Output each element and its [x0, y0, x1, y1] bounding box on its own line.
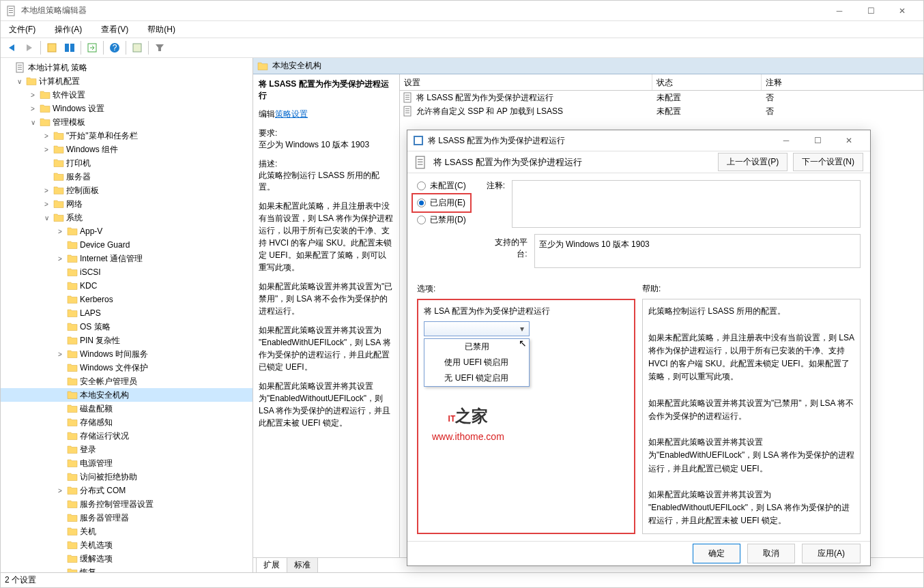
dialog-titlebar: 将 LSASS 配置为作为受保护进程运行 ─ ☐ ✕: [407, 130, 870, 151]
tree-item[interactable]: 服务器管理器: [1, 511, 252, 525]
tree-item[interactable]: ∨管理模板: [1, 115, 252, 129]
app-icon: [6, 5, 17, 16]
tree-item[interactable]: Device Guard: [1, 238, 252, 252]
tree-item[interactable]: >App-V: [1, 224, 252, 238]
help-icon[interactable]: ?: [106, 40, 123, 56]
col-note[interactable]: 注释: [762, 74, 923, 90]
tree-item[interactable]: >Internet 通信管理: [1, 252, 252, 265]
folder-icon: [53, 185, 64, 196]
tree-item[interactable]: 磁盘配额: [1, 402, 252, 415]
tree-item[interactable]: 恢复: [1, 565, 252, 572]
radio-unconfigured[interactable]: 未配置(C): [417, 180, 466, 192]
folder-icon: [67, 471, 78, 482]
dialog-maximize-button[interactable]: ☐: [802, 130, 833, 151]
comment-textarea[interactable]: [512, 180, 861, 228]
menu-action[interactable]: 操作(A): [49, 23, 87, 37]
tree-item[interactable]: >控制面板: [1, 183, 252, 197]
dropdown-item[interactable]: 无 UEFI 锁定启用: [424, 370, 529, 386]
folder-icon: [257, 61, 268, 72]
tree-pane[interactable]: 本地计算机 策略 ∨计算机配置>软件设置>Windows 设置∨管理模板>"开始…: [1, 58, 253, 572]
tree-item[interactable]: Windows 文件保护: [1, 361, 252, 374]
folder-icon: [67, 335, 78, 346]
dialog-minimize-button[interactable]: ─: [770, 130, 802, 151]
list-row[interactable]: 将 LSASS 配置为作为受保护进程运行未配置否: [400, 91, 923, 104]
tree-item[interactable]: 登录: [1, 443, 252, 456]
tree-item[interactable]: 打印机: [1, 156, 252, 170]
tree-item[interactable]: 服务器: [1, 170, 252, 183]
tree-item[interactable]: 存储运行状况: [1, 429, 252, 443]
tree-item[interactable]: >分布式 COM: [1, 484, 252, 497]
tree-item[interactable]: >Windows 组件: [1, 143, 252, 156]
tree-root[interactable]: 本地计算机 策略: [1, 61, 252, 74]
folder-icon: [53, 171, 64, 182]
menu-file[interactable]: 文件(F): [3, 23, 41, 37]
folder-icon: [67, 376, 78, 387]
dropdown-item[interactable]: 已禁用: [424, 339, 529, 355]
tree-item[interactable]: ∨系统: [1, 211, 252, 224]
menu-view[interactable]: 查看(V): [96, 23, 134, 37]
tree-item[interactable]: >Windows 设置: [1, 102, 252, 115]
list-row[interactable]: 允许将自定义 SSP 和 AP 加载到 LSASS未配置否: [400, 104, 923, 118]
window-title: 本地组策略编辑器: [21, 5, 824, 16]
tree-item[interactable]: ∨计算机配置: [1, 74, 252, 88]
folder-icon: [67, 499, 78, 510]
tree-item[interactable]: 安全帐户管理员: [1, 374, 252, 388]
forward-button[interactable]: [21, 40, 38, 56]
menubar: 文件(F) 操作(A) 查看(V) 帮助(H): [1, 21, 923, 38]
tree-item[interactable]: >软件设置: [1, 88, 252, 102]
radio-enabled[interactable]: 已启用(E): [412, 193, 472, 213]
col-state[interactable]: 状态: [652, 74, 762, 90]
folder-icon: [53, 212, 64, 223]
tree-item[interactable]: LAPS: [1, 306, 252, 320]
tree-item[interactable]: OS 策略: [1, 320, 252, 334]
dropdown-item[interactable]: 使用 UEFI 锁启用: [424, 355, 529, 370]
prev-setting-button[interactable]: 上一个设置(P): [718, 153, 788, 171]
tree-item[interactable]: 本地安全机构: [1, 388, 252, 402]
tree-item[interactable]: 存储感知: [1, 415, 252, 429]
tree-item[interactable]: iSCSI: [1, 265, 252, 279]
show-hide-icon[interactable]: [61, 40, 78, 56]
folder-icon: [67, 417, 78, 428]
up-icon[interactable]: [44, 40, 60, 56]
platform-box: 至少为 Windows 10 版本 1903: [534, 234, 861, 268]
maximize-button[interactable]: ☐: [855, 1, 886, 21]
folder-icon: [53, 158, 64, 168]
folder-icon: [53, 199, 64, 209]
options-box: 将 LSA 配置为作为受保护进程运行 ▾ 已禁用 使用 UEFI 锁启用 无 U…: [417, 299, 635, 533]
tree-item[interactable]: 服务控制管理器设置: [1, 497, 252, 511]
tree-item[interactable]: 缓解选项: [1, 552, 252, 565]
export-icon[interactable]: [84, 40, 100, 56]
tree-item[interactable]: 电源管理: [1, 456, 252, 470]
apply-button[interactable]: 应用(A): [802, 544, 861, 563]
tab-extended[interactable]: 扩展: [256, 557, 287, 572]
option-dropdown[interactable]: ▾: [424, 321, 530, 336]
folder-icon: [67, 267, 78, 278]
menu-help[interactable]: 帮助(H): [142, 23, 181, 37]
tree-item[interactable]: PIN 复杂性: [1, 334, 252, 347]
svg-rect-4: [48, 44, 56, 52]
close-button[interactable]: ✕: [886, 1, 918, 21]
cancel-button[interactable]: 取消: [747, 544, 795, 563]
folder-icon: [40, 117, 50, 128]
ok-button[interactable]: 确定: [693, 544, 740, 563]
folder-icon: [67, 280, 78, 291]
dialog-close-button[interactable]: ✕: [833, 130, 865, 151]
filter-icon[interactable]: [151, 40, 168, 56]
col-setting[interactable]: 设置: [400, 74, 652, 90]
tree-item[interactable]: 关机: [1, 525, 252, 538]
properties-icon[interactable]: [129, 40, 145, 56]
tree-item[interactable]: KDC: [1, 279, 252, 293]
tree-item[interactable]: >Windows 时间服务: [1, 347, 252, 361]
edit-policy-link[interactable]: 策略设置: [275, 109, 308, 119]
next-setting-button[interactable]: 下一个设置(N): [793, 153, 863, 171]
tree-item[interactable]: 关机选项: [1, 538, 252, 552]
tree-item[interactable]: >网络: [1, 197, 252, 211]
folder-icon: [67, 512, 78, 523]
tree-item[interactable]: >"开始"菜单和任务栏: [1, 129, 252, 143]
radio-disabled[interactable]: 已禁用(D): [417, 214, 466, 226]
back-button[interactable]: [3, 40, 20, 56]
tab-standard[interactable]: 标准: [287, 557, 318, 572]
tree-item[interactable]: 访问被拒绝协助: [1, 470, 252, 484]
tree-item[interactable]: Kerberos: [1, 293, 252, 306]
minimize-button[interactable]: ─: [824, 1, 855, 21]
